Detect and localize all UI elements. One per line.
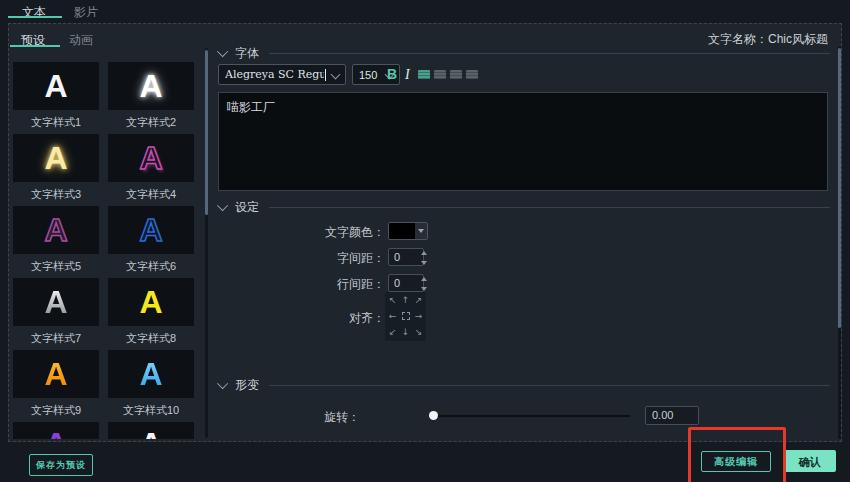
font-family-select[interactable]: Alegreya SC Regular <box>218 64 346 85</box>
preset-tile[interactable]: A <box>13 134 99 182</box>
section-title: 形变 <box>235 377 259 394</box>
tab-text[interactable]: 文本 <box>22 4 46 21</box>
color-swatch[interactable] <box>389 223 415 239</box>
align-justify-icon[interactable] <box>466 70 478 79</box>
align-arrow-cell[interactable]: → <box>415 312 423 321</box>
preset-label: 文字样式5 <box>13 254 99 278</box>
confirm-button[interactable]: 确认 <box>783 450 836 472</box>
preset-letter: A <box>44 206 67 254</box>
text-content-input[interactable]: 喵影工厂 <box>218 92 828 191</box>
color-dropdown-button[interactable] <box>415 223 427 239</box>
rotate-label: 旋转： <box>215 409 360 426</box>
transform-section-header[interactable]: 形变 <box>218 378 830 392</box>
rotate-value-input[interactable]: 0.00 <box>645 406 699 425</box>
align-arrow-cell[interactable]: ↙ <box>389 328 397 337</box>
preset-item[interactable]: A文字样式10 <box>108 350 194 422</box>
line-spacing-stepper <box>421 275 427 291</box>
spinner-up-icon[interactable] <box>421 277 427 281</box>
preset-letter: A <box>44 62 67 110</box>
preset-item[interactable]: A文字样式3 <box>13 134 99 206</box>
align-arrow-cell[interactable]: ↓ <box>402 328 410 337</box>
main-scrollbar-thumb[interactable] <box>838 48 841 328</box>
text-color-label: 文字颜色： <box>215 224 385 241</box>
tab-animation[interactable]: 动画 <box>69 32 93 49</box>
preset-tile[interactable]: A <box>13 422 99 439</box>
collapse-chevron-icon[interactable] <box>217 200 228 211</box>
letter-spacing-input[interactable]: 0 <box>388 248 424 266</box>
preset-letter: A <box>44 422 67 439</box>
preset-label: 文字样式8 <box>108 326 194 350</box>
preset-tile[interactable]: A <box>13 206 99 254</box>
align-arrow-cell[interactable]: ↑ <box>402 296 410 305</box>
tab-video[interactable]: 影片 <box>74 4 98 21</box>
preset-tile[interactable]: A <box>108 278 194 326</box>
section-divider <box>269 207 830 208</box>
preset-label: 文字样式4 <box>108 182 194 206</box>
align-arrow-cell[interactable]: ↗ <box>415 296 423 305</box>
spinner-down-icon[interactable] <box>421 261 427 265</box>
preset-item[interactable]: A文字样式5 <box>13 206 99 278</box>
preset-tile[interactable]: A <box>13 62 99 110</box>
sidebar-scrollbar-thumb[interactable] <box>205 50 208 215</box>
advanced-edit-button[interactable]: 高级编辑 <box>701 451 771 472</box>
text-color-picker[interactable] <box>388 222 428 240</box>
rotate-slider-track[interactable] <box>432 415 630 417</box>
spinner-up-icon[interactable] <box>421 251 427 255</box>
align-right-icon[interactable] <box>450 70 462 79</box>
preset-item[interactable]: A文字样式1 <box>13 62 99 134</box>
preset-letter: A <box>139 134 162 182</box>
triangle-down-icon <box>418 229 424 233</box>
preset-letter: A <box>139 62 162 110</box>
align-center-icon[interactable] <box>434 70 446 79</box>
preset-letter: A <box>44 350 67 398</box>
letter-spacing-label: 字间距： <box>215 250 385 267</box>
preset-tile[interactable]: A <box>108 206 194 254</box>
preset-letter: A <box>139 278 162 326</box>
preset-letter: A <box>44 278 67 326</box>
tab-presets-underline <box>10 45 60 47</box>
collapse-chevron-icon[interactable] <box>217 46 228 57</box>
preset-item[interactable]: A文字样式6 <box>108 206 194 278</box>
settings-section-header[interactable]: 设定 <box>218 200 830 214</box>
preset-letter: A <box>139 422 162 439</box>
spinner-down-icon[interactable] <box>421 287 427 291</box>
section-divider <box>269 385 830 386</box>
preset-tile[interactable]: A <box>13 350 99 398</box>
preset-label: 文字样式1 <box>13 110 99 134</box>
align-left-icon[interactable] <box>418 70 430 79</box>
preset-tile[interactable]: A <box>13 278 99 326</box>
preset-grid: A文字样式1A文字样式2A文字样式3A文字样式4A文字样式5A文字样式6A文字样… <box>13 62 194 482</box>
preset-letter: A <box>139 350 162 398</box>
preset-item[interactable]: A文字样式7 <box>13 278 99 350</box>
font-family-value: Alegreya SC Regular <box>225 68 324 81</box>
chevron-down-icon <box>331 70 341 80</box>
align-arrow-cell[interactable]: ↘ <box>415 328 423 337</box>
align-center-cell[interactable] <box>402 312 410 320</box>
preset-item[interactable]: A文字样式8 <box>108 278 194 350</box>
line-spacing-input[interactable]: 0 <box>388 274 424 292</box>
preset-tile[interactable]: A <box>108 422 194 439</box>
preset-label: 文字样式6 <box>108 254 194 278</box>
bold-button[interactable]: B <box>387 64 397 85</box>
preset-tile[interactable]: A <box>108 134 194 182</box>
rotate-slider-handle[interactable] <box>429 411 438 420</box>
preset-label: 文字样式2 <box>108 110 194 134</box>
tab-text-underline <box>8 16 62 18</box>
preset-tile[interactable]: A <box>108 350 194 398</box>
preset-label: 文字样式3 <box>13 182 99 206</box>
italic-button[interactable]: I <box>405 64 410 85</box>
collapse-chevron-icon[interactable] <box>217 378 228 389</box>
preset-item-partial[interactable]: A <box>108 422 194 482</box>
align-arrow-cell[interactable]: ↖ <box>389 296 397 305</box>
save-as-preset-button[interactable]: 保存为预设 <box>29 454 93 476</box>
align-arrow-cell[interactable]: ← <box>389 312 397 321</box>
preset-item[interactable]: A文字样式2 <box>108 62 194 134</box>
preset-item[interactable]: A文字样式4 <box>108 134 194 206</box>
preset-tile[interactable]: A <box>108 62 194 110</box>
letter-spacing-stepper <box>421 249 427 265</box>
align-grid: ↖↑↗←→↙↓↘ <box>385 292 426 341</box>
text-caret <box>325 69 326 81</box>
align-label: 对齐： <box>215 310 385 327</box>
preset-item[interactable]: A文字样式9 <box>13 350 99 422</box>
font-section-header[interactable]: 字体 <box>218 46 830 60</box>
